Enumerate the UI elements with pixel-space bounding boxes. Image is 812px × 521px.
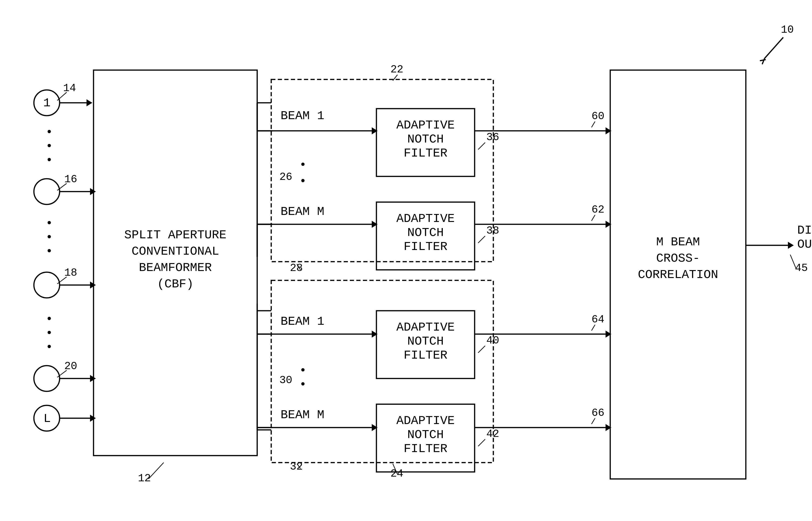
ref-12-line	[149, 462, 164, 479]
ref-38-line	[478, 236, 485, 243]
sensor-16-circle	[34, 179, 60, 204]
cbf-label-line1: SPLIT APERTURE	[124, 228, 226, 242]
anf1-line1: ADAPTIVE	[396, 118, 455, 132]
svg-marker-2	[87, 99, 92, 106]
display-label-line2: OUTPUT	[797, 237, 812, 251]
dots-2: •	[46, 139, 53, 153]
ref-26-label: 26	[279, 171, 292, 183]
dots-7: •	[46, 312, 53, 326]
ref-40-line	[478, 346, 485, 353]
dots-8: •	[46, 326, 53, 340]
upper-dots-1: •	[299, 158, 307, 172]
svg-marker-15	[788, 242, 794, 249]
lower-dots-1: •	[299, 364, 307, 378]
anf1-line3: FILTER	[403, 146, 447, 160]
anf1-line2: NOTCH	[407, 133, 444, 146]
ref-22-label: 22	[391, 64, 403, 76]
cbf-label-line2: CONVENTIONAL	[132, 245, 219, 258]
ref-38-label: 38	[486, 225, 499, 237]
ref-14-line	[57, 92, 67, 100]
ref-40-label: 40	[486, 335, 499, 347]
ref-10-label: 10	[781, 24, 794, 36]
diagram-container: text { font-family: 'Courier New', Couri…	[0, 0, 812, 521]
cbf-label-line4: (CBF)	[157, 277, 194, 291]
dots-3: •	[46, 154, 53, 167]
ref-30-label: 30	[279, 374, 292, 386]
ref-36-line	[478, 142, 485, 150]
ref-60-label: 60	[592, 110, 605, 122]
dots-6: •	[46, 245, 53, 258]
ref-42-label: 42	[486, 428, 499, 440]
ref-45-label: 45	[795, 262, 808, 274]
anf2-line3: FILTER	[403, 240, 447, 254]
svg-line-0	[760, 60, 766, 61]
anf3-line3: FILTER	[403, 348, 447, 362]
ref-36-label: 36	[486, 131, 499, 143]
ref-32-label: 32	[290, 461, 303, 473]
ref-66-label: 66	[592, 407, 605, 419]
anf3-line2: NOTCH	[407, 335, 444, 348]
beam1-bot-label: BEAM 1	[281, 315, 324, 329]
dots-9: •	[46, 340, 53, 354]
mbeam-label-line1: M BEAM	[656, 235, 700, 249]
dots-5: •	[46, 231, 53, 244]
dots-4: •	[46, 217, 53, 230]
beamm-bot-label: BEAM M	[281, 408, 324, 422]
display-label-line1: DISPLAY	[797, 224, 812, 237]
sensor-20-circle	[34, 366, 60, 391]
mbeam-label-line3: CORRELATION	[638, 268, 718, 282]
upper-dots-2: •	[299, 175, 307, 188]
sensor-18-circle	[34, 272, 60, 298]
mbeam-label-line2: CROSS-	[656, 252, 700, 266]
svg-line-1	[762, 59, 765, 64]
ref-45-line	[790, 255, 796, 269]
ref-42-line	[478, 439, 485, 446]
ref-28-label: 28	[290, 262, 303, 274]
anf2-line1: ADAPTIVE	[396, 212, 455, 226]
ref-14-label: 14	[63, 82, 76, 94]
ref-10-line	[765, 37, 783, 59]
anf4-line3: FILTER	[403, 442, 447, 456]
anf2-line2: NOTCH	[407, 226, 444, 240]
anf3-line1: ADAPTIVE	[396, 320, 455, 334]
anf4-line1: ADAPTIVE	[396, 414, 455, 428]
lower-dots-2: •	[299, 378, 307, 391]
ref-62-label: 62	[592, 204, 605, 216]
ref-64-label: 64	[592, 314, 605, 326]
cbf-label-line3: BEAMFORMER	[139, 261, 212, 275]
sensor-1-label: 1	[43, 96, 50, 110]
anf4-line2: NOTCH	[407, 428, 444, 442]
sensor-l-label: L	[43, 412, 51, 426]
beam1-top-label: BEAM 1	[281, 109, 324, 123]
dots-1: •	[46, 126, 53, 139]
beamm-top-label: BEAM M	[281, 205, 324, 219]
